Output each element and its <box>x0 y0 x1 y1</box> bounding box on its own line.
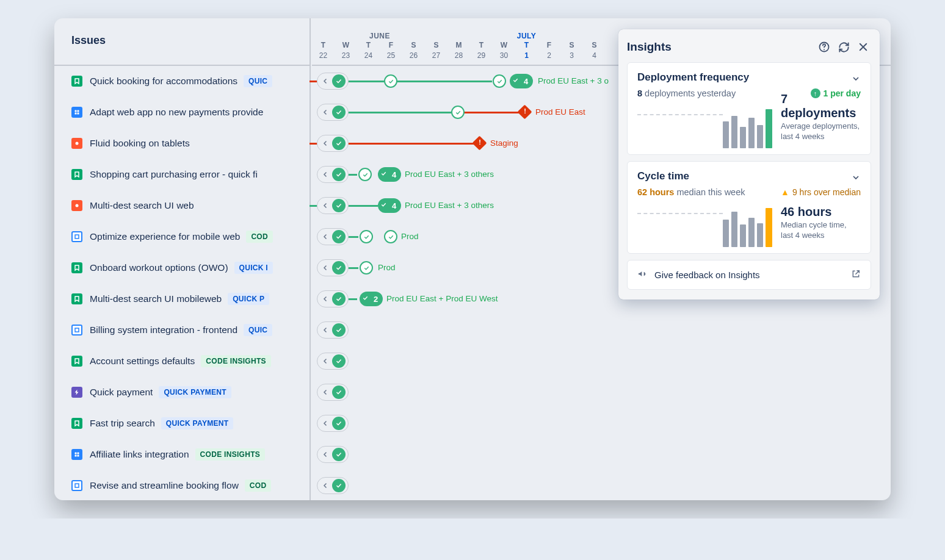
issue-tag[interactable]: COD <box>245 479 272 492</box>
chevron-left-icon <box>320 231 331 242</box>
issue-type-icon <box>71 387 82 398</box>
day-column[interactable]: T24 <box>357 40 380 66</box>
day-column[interactable]: T29 <box>470 40 493 66</box>
day-column[interactable]: F25 <box>380 40 402 66</box>
issue-row[interactable]: Multi-dest search UI mobilewebQUICK P <box>54 284 310 315</box>
cycle-time-card[interactable]: Cycle time 62 hours median this week ▲9 … <box>627 161 871 254</box>
svg-rect-0 <box>75 110 77 112</box>
day-column[interactable]: S26 <box>402 40 425 66</box>
refresh-icon[interactable] <box>836 39 852 55</box>
issue-row[interactable]: Quick booking for accommodationsQUIC <box>54 66 310 97</box>
environment-label[interactable]: Prod EU East + Prod EU West <box>386 294 498 303</box>
expand-pill[interactable] <box>317 384 349 401</box>
deploy-node[interactable] <box>358 168 372 181</box>
svg-point-4 <box>76 142 79 145</box>
help-icon[interactable] <box>816 39 832 55</box>
issue-type-icon <box>71 231 82 242</box>
close-icon[interactable] <box>855 39 871 55</box>
megaphone-icon <box>637 269 647 281</box>
issue-tag[interactable]: CODE INSIGHTS <box>201 355 271 367</box>
issue-tag[interactable]: QUICK PAYMENT <box>159 386 231 398</box>
day-column[interactable]: W30 <box>493 40 515 66</box>
environment-label[interactable]: Prod EU East <box>535 107 585 117</box>
expand-pill[interactable] <box>317 477 349 494</box>
svg-rect-6 <box>75 235 79 239</box>
deployment-frequency-card[interactable]: Deployment frequency 8deployments yester… <box>627 62 871 155</box>
day-column[interactable]: F2 <box>538 40 560 66</box>
deploy-node[interactable] <box>360 230 373 243</box>
issue-type-icon <box>71 262 82 273</box>
chevron-down-icon[interactable] <box>851 74 861 86</box>
expand-pill[interactable] <box>317 228 349 245</box>
issue-type-icon <box>71 76 82 87</box>
chevron-down-icon[interactable] <box>851 173 861 185</box>
issue-tag[interactable]: COD <box>246 231 273 243</box>
day-column[interactable]: S4 <box>583 40 606 66</box>
issue-title: Quick payment <box>90 387 153 398</box>
day-column[interactable]: S27 <box>425 40 447 66</box>
expand-pill[interactable] <box>317 446 349 463</box>
deploy-node[interactable] <box>384 74 397 88</box>
alert-diamond-icon[interactable] <box>472 135 487 150</box>
deploy-node[interactable] <box>360 261 373 275</box>
day-column[interactable]: S3 <box>560 40 583 66</box>
spark-bar <box>757 125 763 148</box>
expand-pill[interactable] <box>317 135 349 152</box>
deploy-count-badge[interactable]: 4 <box>378 167 401 182</box>
expand-pill[interactable] <box>317 415 349 432</box>
environment-label[interactable]: Prod EU East + 3 o <box>538 76 609 85</box>
issue-row[interactable]: Onboard workout options (OWO)QUICK I <box>54 253 310 284</box>
day-column[interactable]: W23 <box>335 40 357 66</box>
issue-row[interactable]: Fast trip searchQUICK PAYMENT <box>54 408 310 439</box>
cycle-small: Median cycle time, last 4 weeks <box>781 220 861 241</box>
issue-title: Adapt web app no new payments provide <box>90 107 263 118</box>
deploy-count-badge[interactable]: 4 <box>378 198 401 213</box>
issue-tag[interactable]: QUIC <box>244 75 272 87</box>
issue-tag[interactable]: QUICK PAYMENT <box>161 417 234 429</box>
day-column[interactable]: T22 <box>312 40 335 66</box>
issue-row[interactable]: Revise and streamline booking flowCOD <box>54 470 310 500</box>
issue-row[interactable]: Affiliate links integrationCODE INSIGHTS <box>54 439 310 470</box>
deploy-node[interactable] <box>451 106 465 119</box>
deploy-node[interactable] <box>493 74 506 88</box>
expand-pill[interactable] <box>317 104 349 121</box>
environment-label[interactable]: Prod EU East + 3 others <box>405 201 494 210</box>
issue-row[interactable]: Quick paymentQUICK PAYMENT <box>54 377 310 408</box>
issue-row[interactable]: Account settings defaultsCODE INSIGHTS <box>54 346 310 377</box>
expand-pill[interactable] <box>317 290 349 307</box>
expand-pill[interactable] <box>317 166 349 183</box>
expand-pill[interactable] <box>317 353 349 370</box>
svg-rect-3 <box>78 113 79 115</box>
issue-row[interactable]: Billing system integration - frontendQUI… <box>54 315 310 346</box>
chevron-left-icon <box>320 293 331 304</box>
issue-row[interactable]: Fluid booking on tablets <box>54 128 310 159</box>
chevron-left-icon <box>320 418 331 429</box>
day-column[interactable]: M28 <box>447 40 470 66</box>
expand-pill[interactable] <box>317 73 349 90</box>
environment-label[interactable]: Prod <box>378 263 396 272</box>
feedback-link[interactable]: Give feedback on Insights <box>627 260 871 290</box>
environment-label[interactable]: Staging <box>490 138 518 148</box>
deploy-count-badge[interactable]: 2 <box>360 292 383 306</box>
issue-row[interactable]: Shopping cart purchasing error - quick f… <box>54 159 310 190</box>
environment-label[interactable]: Prod <box>401 232 419 241</box>
cycle-warn: ▲9 hrs over median <box>781 187 861 197</box>
issue-tag[interactable]: QUICK P <box>228 293 269 305</box>
check-icon <box>332 261 346 275</box>
expand-pill[interactable] <box>317 321 349 339</box>
issue-tag[interactable]: CODE INSIGHTS <box>195 448 266 461</box>
expand-pill[interactable] <box>317 259 349 276</box>
issue-tag[interactable]: QUICK I <box>234 262 273 274</box>
deploy-node[interactable] <box>384 230 397 243</box>
issue-tag[interactable]: QUIC <box>244 324 272 336</box>
expand-pill[interactable] <box>317 197 349 214</box>
insights-title: Insights <box>627 40 813 54</box>
environment-label[interactable]: Prod EU East + 3 others <box>405 170 494 179</box>
day-column[interactable]: T1 <box>515 40 538 66</box>
issue-title: Optimize experience for mobile web <box>90 231 240 242</box>
issue-row[interactable]: Adapt web app no new payments provide <box>54 97 310 128</box>
issue-row[interactable]: Multi-dest search UI web <box>54 190 310 221</box>
issue-row[interactable]: Optimize experience for mobile webCOD <box>54 221 310 253</box>
alert-diamond-icon[interactable] <box>517 104 532 119</box>
deploy-count-badge[interactable]: 4 <box>510 74 533 88</box>
